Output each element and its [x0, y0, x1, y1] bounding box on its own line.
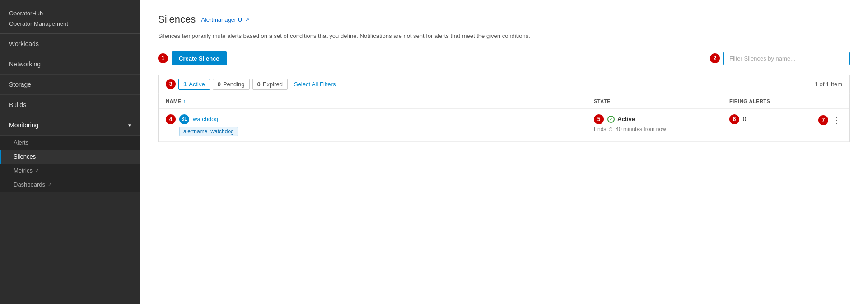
dashboards-label: Dashboards: [14, 181, 45, 188]
monitoring-submenu: Alerts Silences Metrics ↗ Dashboards ↗: [0, 136, 140, 192]
metrics-label: Metrics: [14, 167, 33, 174]
sidebar-item-metrics[interactable]: Metrics ↗: [0, 164, 140, 178]
kebab-menu-button[interactable]: ⋮: [830, 114, 844, 126]
main-content: Silences Alertmanager UI ↗ Silences temp…: [140, 0, 868, 304]
expired-count: 0: [257, 81, 261, 88]
item-count-label: 1 of 1 Item: [815, 81, 842, 88]
silence-name-link[interactable]: watchdog: [193, 116, 218, 122]
sidebar: OperatorHub Operator Management Workload…: [0, 0, 140, 304]
col-header-name: NAME ↑: [166, 98, 594, 104]
chevron-down-icon: ▾: [128, 122, 131, 128]
sidebar-section-label: Monitoring: [9, 122, 38, 129]
silence-name-cell: 4 SL watchdog alertname=watchdog: [166, 114, 594, 136]
silences-table: NAME ↑ STATE FIRING ALERTS 4 SL watchdog…: [158, 94, 850, 142]
sidebar-item-workloads[interactable]: Workloads: [0, 34, 140, 54]
sidebar-top-section: OperatorHub Operator Management: [0, 0, 140, 34]
filter-tab-expired[interactable]: 0 Expired: [252, 79, 288, 90]
firing-alerts-cell: 6 0: [729, 114, 820, 124]
sidebar-item-builds[interactable]: Builds: [0, 95, 140, 115]
sidebar-section-label: Builds: [9, 101, 26, 108]
state-active: Active: [607, 116, 635, 123]
page-description: Silences temporarily mute alerts based o…: [158, 32, 850, 41]
create-silence-section: 1 Create Silence: [158, 51, 227, 65]
external-link-icon: ↗: [35, 168, 39, 173]
silence-sl-badge: SL: [179, 114, 189, 124]
state-cell: 5 Active Ends ⏱ 40 minutes from now: [594, 114, 729, 132]
step-badge-4: 4: [166, 114, 176, 124]
sidebar-item-storage[interactable]: Storage: [0, 75, 140, 95]
pending-count: 0: [218, 81, 221, 88]
active-count: 1: [183, 81, 187, 88]
step-badge-2: 2: [710, 53, 720, 63]
filters-row: 3 1 Active 0 Pending 0 Expired Select Al…: [158, 75, 850, 94]
sidebar-section-label: Storage: [9, 81, 31, 88]
step-badge-6: 6: [729, 114, 739, 124]
create-silence-button[interactable]: Create Silence: [172, 51, 227, 65]
expired-label: Expired: [263, 81, 283, 88]
alertmanager-link-text: Alertmanager UI: [201, 16, 244, 23]
clock-icon: ⏱: [608, 126, 613, 132]
filter-section: 2: [710, 52, 850, 65]
page-title: Silences: [158, 14, 196, 25]
alertname-tag-container: alertname=watchdog: [166, 127, 594, 136]
step-badge-1: 1: [158, 53, 168, 63]
sidebar-item-monitoring[interactable]: Monitoring ▾: [0, 115, 140, 136]
table-row: 4 SL watchdog alertname=watchdog 5 Activ: [159, 109, 849, 142]
filter-tab-active[interactable]: 1 Active: [178, 79, 210, 90]
ends-label: Ends: [594, 126, 606, 132]
alerts-label: Alerts: [14, 139, 28, 146]
col-header-actions: [820, 98, 842, 104]
col-header-firing-alerts: FIRING ALERTS: [729, 98, 820, 104]
sidebar-item-dashboards[interactable]: Dashboards ↗: [0, 178, 140, 192]
step-badge-3: 3: [166, 79, 176, 89]
silence-name-row-wrapper: 4 SL watchdog: [166, 114, 594, 124]
sort-ascending-icon[interactable]: ↑: [183, 98, 186, 104]
state-row-wrapper: 5 Active: [594, 114, 729, 124]
pending-label: Pending: [223, 81, 245, 88]
state-label: Active: [617, 116, 635, 122]
sidebar-section-label: Workloads: [9, 40, 39, 47]
actions-cell: 7 ⋮: [820, 114, 842, 126]
step-badge-5: 5: [594, 114, 604, 124]
silences-label: Silences: [14, 153, 36, 160]
silence-name-row: SL watchdog: [179, 114, 218, 124]
external-link-icon: ↗: [48, 182, 51, 187]
search-input[interactable]: [723, 52, 850, 65]
ends-time: 40 minutes from now: [616, 126, 666, 132]
sidebar-item-alerts[interactable]: Alerts: [0, 136, 140, 150]
filter-tabs: 3 1 Active 0 Pending 0 Expired Select Al…: [166, 79, 336, 90]
toolbar: 1 Create Silence 2: [158, 51, 850, 65]
table-header: NAME ↑ STATE FIRING ALERTS: [159, 94, 849, 109]
name-header-text: NAME: [166, 98, 181, 104]
state-ends-row: Ends ⏱ 40 minutes from now: [594, 126, 729, 132]
col-header-state: STATE: [594, 98, 729, 104]
active-check-icon: [607, 116, 615, 123]
firing-count: 0: [743, 116, 746, 122]
active-label: Active: [189, 81, 205, 88]
alertmanager-ui-link[interactable]: Alertmanager UI ↗: [201, 16, 249, 23]
sidebar-item-operator-management[interactable]: Operator Management: [9, 19, 131, 29]
sidebar-item-operatorhub[interactable]: OperatorHub: [9, 8, 131, 19]
sidebar-item-silences[interactable]: Silences: [0, 150, 140, 164]
external-link-icon: ↗: [245, 17, 249, 23]
alertname-tag[interactable]: alertname=watchdog: [179, 127, 238, 136]
sidebar-item-networking[interactable]: Networking: [0, 54, 140, 75]
sidebar-section-label: Networking: [9, 61, 41, 68]
item-count: 1 of 1 Item: [815, 80, 842, 88]
filter-tab-pending[interactable]: 0 Pending: [213, 79, 250, 90]
page-header: Silences Alertmanager UI ↗: [158, 14, 850, 25]
select-all-filters-link[interactable]: Select All Filters: [294, 81, 336, 88]
step-badge-7: 7: [818, 115, 828, 125]
